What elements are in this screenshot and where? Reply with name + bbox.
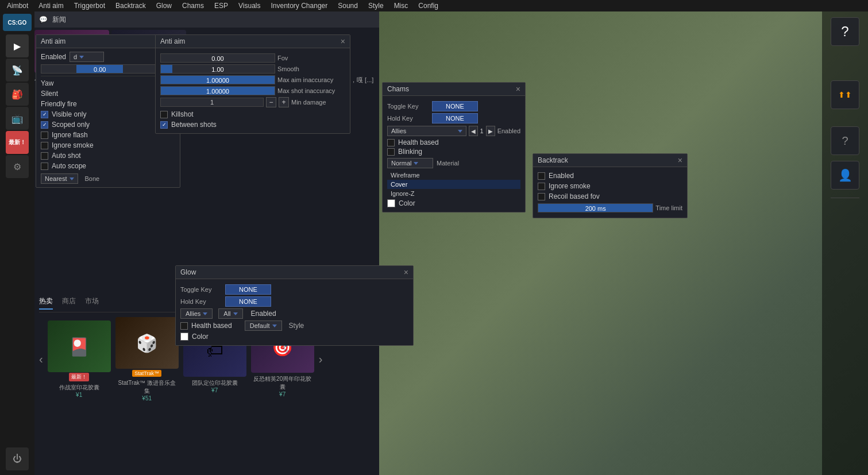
killshot-checkbox[interactable] xyxy=(160,111,168,118)
menu-inventory-changer[interactable]: Inventory Changer xyxy=(267,1,333,11)
help2-btn[interactable]: ? xyxy=(831,126,859,155)
fov-slider[interactable]: 0.00 xyxy=(160,53,275,63)
profile-btn[interactable]: 👤 xyxy=(831,161,859,190)
nearest-dropdown[interactable]: Nearest xyxy=(41,173,78,184)
menu-backtrack[interactable]: Backtrack xyxy=(111,1,151,11)
menu-antiaim[interactable]: Anti aim xyxy=(34,1,68,11)
menu-esp[interactable]: ESP xyxy=(210,1,233,11)
glow-toggle-key-btn[interactable]: NONE xyxy=(225,284,271,295)
menu-style[interactable]: Style xyxy=(364,1,388,11)
antiaim-enabled-label: Enabled xyxy=(41,53,66,61)
menu-config[interactable]: Config xyxy=(414,1,443,11)
glow-hold-key-btn[interactable]: NONE xyxy=(225,296,271,307)
antiaim-right-window: Anti aim × 0.00 Fov 1.00 Smooth 1.00000 xyxy=(155,34,350,134)
chams-cover-item[interactable]: Cover xyxy=(387,180,520,189)
glow-allies-label: Allies xyxy=(186,310,200,317)
menu-visuals[interactable]: Visuals xyxy=(234,1,265,11)
chams-toggle-key-btn[interactable]: NONE xyxy=(432,101,478,111)
glow-health-based-checkbox[interactable] xyxy=(180,322,188,330)
antiaim-enabled-dropdown[interactable]: d xyxy=(70,52,104,62)
chams-hold-key-btn[interactable]: NONE xyxy=(432,113,478,123)
smooth-value: 1.00 xyxy=(161,65,275,74)
chams-color-row: Color xyxy=(387,199,520,207)
bone-row: Nearest Bone xyxy=(41,173,175,184)
glow-close-btn[interactable]: × xyxy=(404,268,408,276)
antiaim-right-body: 0.00 Fov 1.00 Smooth 1.00000 Max aim ina… xyxy=(156,48,350,133)
antiaim-right-close-btn[interactable]: × xyxy=(341,37,345,45)
min-damage-input[interactable]: 1 xyxy=(160,98,264,107)
between-shots-checkbox[interactable] xyxy=(160,121,168,129)
chams-ignorez-item[interactable]: Ignore-Z xyxy=(387,189,520,198)
sidebar-settings-btn[interactable]: ⚙ xyxy=(6,155,29,178)
scoped-only-checkbox[interactable] xyxy=(41,121,48,129)
max-shot-label: Max shot inaccuracy xyxy=(277,87,335,94)
sidebar-broadcast-btn[interactable]: 📡 xyxy=(6,59,29,82)
chams-prev-btn[interactable]: ◀ xyxy=(469,126,478,136)
chams-title-text: Chams xyxy=(387,85,409,93)
glow-hold-key-row: Hold Key NONE xyxy=(180,296,408,307)
backtrack-enabled-checkbox[interactable] xyxy=(538,172,545,180)
chams-close-btn[interactable]: × xyxy=(516,85,520,93)
sidebar-power-btn[interactable]: ⏻ xyxy=(6,447,29,470)
store-tab-hot[interactable]: 热卖 xyxy=(39,296,53,310)
max-aim-slider[interactable]: 1.00000 xyxy=(160,75,275,84)
ignore-flash-checkbox[interactable] xyxy=(41,132,48,139)
backtrack-ignore-smoke-checkbox[interactable] xyxy=(538,183,545,190)
menu-triggerbot[interactable]: Triggerbot xyxy=(70,1,110,11)
help-btn[interactable]: ? xyxy=(831,17,859,46)
sidebar-tv-btn[interactable]: 📺 xyxy=(6,107,29,130)
antiaim-title-text: Anti aim xyxy=(41,37,65,45)
backtrack-time-limit-row: 200 ms Time limit xyxy=(538,203,682,213)
backtrack-time-slider[interactable]: 200 ms xyxy=(538,203,653,213)
yaw-label: Yaw xyxy=(41,79,53,87)
chams-allies-dropdown[interactable]: Allies xyxy=(387,126,466,136)
max-shot-slider[interactable]: 1.00000 xyxy=(160,86,275,95)
glow-default-dropdown[interactable]: Default xyxy=(245,320,282,331)
backtrack-close-btn[interactable]: × xyxy=(678,156,682,164)
glow-target-row: Allies All Enabled xyxy=(180,308,408,319)
ignore-smoke-checkbox[interactable] xyxy=(41,142,48,149)
chams-hold-key-label: Hold Key xyxy=(387,115,427,122)
sidebar-home-btn[interactable]: ▶ xyxy=(6,34,29,57)
chams-color-swatch[interactable] xyxy=(387,199,395,207)
rank-btn[interactable]: ⬆⬆ xyxy=(831,80,859,109)
store-next-btn[interactable]: › xyxy=(319,353,323,366)
backtrack-time-label: Time limit xyxy=(655,204,682,211)
min-damage-minus-btn[interactable]: − xyxy=(266,97,276,107)
glow-all-dropdown[interactable]: All xyxy=(218,308,242,319)
glow-health-based-label: Health based xyxy=(191,322,232,330)
pitch-slider[interactable]: 0.00 xyxy=(41,64,159,74)
chams-blinking-checkbox[interactable] xyxy=(387,148,395,156)
menu-chams[interactable]: Chams xyxy=(178,1,209,11)
store-prev-btn[interactable]: ‹ xyxy=(39,353,43,366)
backtrack-recoil-fov-checkbox[interactable] xyxy=(538,193,545,200)
store-item-2[interactable]: 🎲 StatTrak™ StatTrak™ 激进音乐盒集 ¥51 xyxy=(115,317,179,401)
backtrack-recoil-fov-row: Recoil based fov xyxy=(538,191,682,202)
chams-health-based-checkbox[interactable] xyxy=(387,139,395,146)
chams-wireframe-item[interactable]: Wireframe xyxy=(387,171,520,180)
auto-scope-checkbox[interactable] xyxy=(41,163,48,170)
chams-title-bar: Chams × xyxy=(383,83,525,96)
smooth-label: Smooth xyxy=(277,65,299,72)
menu-sound[interactable]: Sound xyxy=(333,1,362,11)
store-item-1[interactable]: 🎴 最新！ 作战室印花胶囊 ¥1 xyxy=(48,320,111,398)
chams-next-btn[interactable]: ▶ xyxy=(486,126,495,136)
min-damage-row: 1 − + Min damage xyxy=(160,97,345,107)
store-tab-shop[interactable]: 商店 xyxy=(62,296,76,310)
smooth-slider[interactable]: 1.00 xyxy=(160,64,275,74)
glow-color-swatch[interactable] xyxy=(180,333,188,341)
auto-scope-row: Auto scope xyxy=(41,161,175,171)
menu-misc[interactable]: Misc xyxy=(389,1,413,11)
min-damage-label: Min damage xyxy=(291,99,326,106)
glow-allies-dropdown[interactable]: Allies xyxy=(180,308,213,319)
sidebar-bag-btn[interactable]: 🎒 xyxy=(6,83,29,106)
menu-glow[interactable]: Glow xyxy=(152,1,176,11)
store-tab-market[interactable]: 市场 xyxy=(85,296,99,310)
auto-shot-checkbox[interactable] xyxy=(41,152,48,160)
chams-window: Chams × Toggle Key NONE Hold Key NONE Al… xyxy=(382,82,526,213)
steam-logo[interactable]: CS:GO xyxy=(3,14,32,31)
menu-aimbot[interactable]: Aimbot xyxy=(2,1,33,11)
chams-material-dropdown[interactable]: Normal xyxy=(387,158,433,168)
min-damage-plus-btn[interactable]: + xyxy=(279,97,289,107)
visible-only-checkbox[interactable] xyxy=(41,111,48,118)
